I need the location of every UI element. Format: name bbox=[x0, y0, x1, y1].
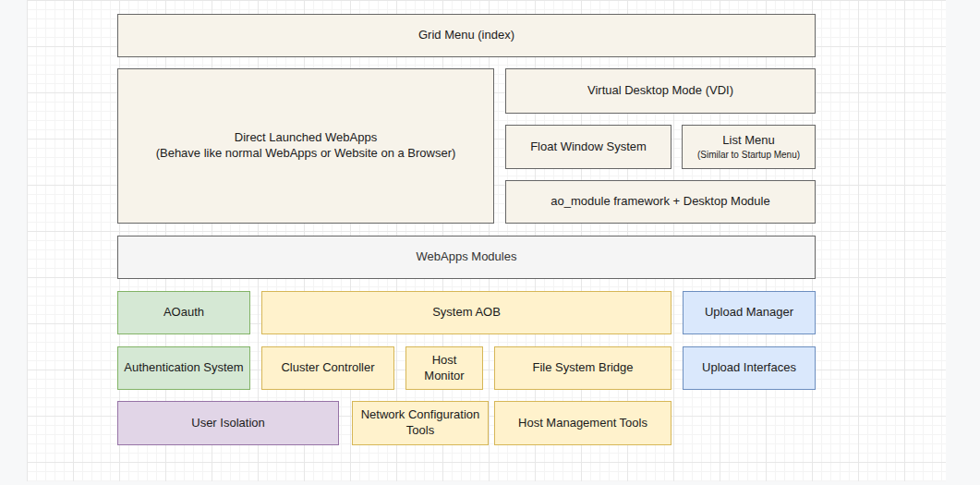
node-webapps-modules[interactable]: WebApps Modules bbox=[117, 236, 816, 279]
node-label: AOauth bbox=[163, 305, 204, 321]
node-direct-launched-webapps[interactable]: Direct Launched WebApps (Behave like nor… bbox=[117, 68, 494, 224]
node-grid-menu[interactable]: Grid Menu (index) bbox=[117, 14, 816, 57]
node-upload-interfaces[interactable]: Upload Interfaces bbox=[683, 346, 816, 390]
node-label: System AOB bbox=[432, 305, 501, 321]
node-user-isolation[interactable]: User Isolation bbox=[117, 401, 339, 445]
node-label: Upload Manager bbox=[705, 305, 793, 321]
node-sublabel: (Similar to Startup Menu) bbox=[697, 149, 800, 162]
node-label: WebApps Modules bbox=[417, 249, 517, 265]
node-label: Float Window System bbox=[530, 139, 647, 155]
node-label: User Isolation bbox=[191, 416, 264, 431]
node-label: Direct Launched WebApps bbox=[235, 130, 377, 146]
node-file-system-bridge[interactable]: File System Bridge bbox=[494, 346, 671, 390]
node-label: List Menu bbox=[722, 133, 774, 149]
node-system-aob[interactable]: System AOB bbox=[261, 291, 671, 334]
node-aoauth[interactable]: AOauth bbox=[117, 291, 250, 334]
diagram-stage: Grid Menu (index) Direct Launched WebApp… bbox=[0, 0, 980, 485]
node-label: Virtual Desktop Mode (VDI) bbox=[587, 83, 733, 99]
node-ao-module-framework[interactable]: ao_module framework + Desktop Module bbox=[505, 180, 816, 224]
node-label: Host Monitor bbox=[412, 353, 477, 384]
node-label: Cluster Controller bbox=[281, 360, 374, 376]
node-label: Authentication System bbox=[124, 360, 243, 376]
node-label: Grid Menu (index) bbox=[418, 28, 514, 43]
node-network-configuration-tools[interactable]: Network Configuration Tools bbox=[352, 401, 489, 445]
node-authentication-system[interactable]: Authentication System bbox=[117, 346, 250, 390]
node-label: Upload Interfaces bbox=[702, 360, 796, 376]
node-virtual-desktop-mode[interactable]: Virtual Desktop Mode (VDI) bbox=[505, 68, 816, 114]
node-label: ao_module framework + Desktop Module bbox=[550, 194, 769, 210]
node-label: Host Management Tools bbox=[518, 416, 647, 431]
node-host-management-tools[interactable]: Host Management Tools bbox=[494, 401, 671, 445]
node-cluster-controller[interactable]: Cluster Controller bbox=[261, 346, 394, 390]
node-label: Network Configuration Tools bbox=[358, 407, 482, 439]
node-float-window-system[interactable]: Float Window System bbox=[505, 125, 671, 169]
node-list-menu[interactable]: List Menu (Similar to Startup Menu) bbox=[682, 125, 816, 169]
node-upload-manager[interactable]: Upload Manager bbox=[683, 291, 816, 334]
node-sublabel: (Behave like normal WebApps or Website o… bbox=[156, 146, 456, 162]
node-host-monitor[interactable]: Host Monitor bbox=[405, 346, 483, 390]
node-label: File System Bridge bbox=[532, 360, 633, 376]
